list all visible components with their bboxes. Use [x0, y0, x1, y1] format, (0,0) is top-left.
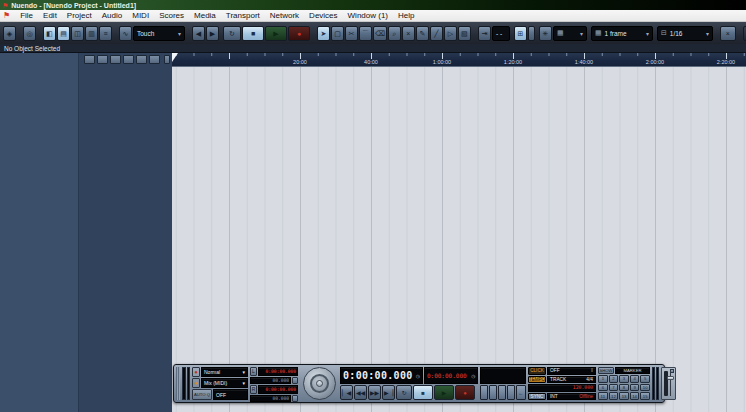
project-start-marker[interactable] — [172, 53, 178, 62]
stop-button[interactable]: ■ — [242, 26, 264, 41]
track-control-button[interactable] — [136, 55, 147, 64]
goto-next-marker-button[interactable]: ▶ — [206, 26, 219, 41]
event-display[interactable] — [172, 67, 746, 412]
marker-nav-button-2[interactable] — [489, 385, 497, 400]
menu-network[interactable]: Network — [270, 11, 299, 20]
tool-color[interactable]: ▧ — [458, 26, 471, 41]
marker-button-2[interactable]: 2 — [609, 375, 619, 383]
marker-lane-display[interactable] — [480, 367, 526, 384]
snap-button[interactable]: ⊞ — [514, 26, 527, 41]
marker-button-13[interactable]: 13 — [619, 392, 629, 400]
marker-button-14[interactable]: 14 — [630, 392, 640, 400]
timeline-ruler[interactable]: 20:00 40:00 1:00:00 1:20:00 1:40:00 2:00… — [172, 53, 746, 67]
forward-button[interactable]: ▶▶ — [368, 385, 381, 400]
left-locator-display[interactable]: 0:00:00.000 — [258, 367, 298, 376]
menu-transport[interactable]: Transport — [226, 11, 260, 20]
postroll-display[interactable]: 00.000 — [250, 395, 291, 402]
marker-button-1[interactable]: 1 — [598, 375, 608, 383]
transport-grip[interactable] — [176, 367, 180, 400]
preroll-display[interactable]: 00.000 — [250, 377, 291, 384]
click-button[interactable]: CLICK — [528, 367, 546, 375]
marker-button-4[interactable]: 4 — [630, 375, 640, 383]
tool-draw[interactable]: ✎ — [416, 26, 429, 41]
tool-split[interactable]: ✂ — [345, 26, 358, 41]
toggle-ruler-button[interactable]: ▥ — [85, 26, 98, 41]
transport-panel[interactable]: ● Normal ▾ ● Mix (MIDI) ▾ AUTO Q OFF — [173, 364, 665, 403]
cycle-transport-button[interactable]: ↻ — [396, 385, 412, 400]
left-locator-button[interactable]: L — [250, 367, 257, 376]
toggle-lanes-button[interactable]: ≡ — [99, 26, 112, 41]
toggle-inspector-button[interactable]: ◧ — [43, 26, 56, 41]
level-fader-knob[interactable] — [667, 376, 674, 380]
clock-icon[interactable]: ◷ — [416, 372, 420, 379]
marker-recall-button[interactable]: ← — [516, 385, 526, 400]
track-control-button[interactable] — [164, 55, 170, 64]
menu-file[interactable]: File — [20, 11, 33, 20]
cycle-mode-dropdown[interactable]: Mix (MIDI) ▾ — [201, 378, 248, 388]
menu-midi[interactable]: MIDI — [132, 11, 149, 20]
right-locator-display[interactable]: 0:00:00.000 — [258, 385, 298, 394]
automation-mode-dropdown[interactable]: Touch ▾ — [133, 26, 185, 41]
jog-shuttle-wheel[interactable] — [303, 367, 336, 400]
nudge-display[interactable]: - - — [492, 26, 510, 41]
activate-project-button[interactable]: ◈ — [3, 26, 16, 41]
marker-button-15[interactable]: 15 — [640, 392, 650, 400]
menu-scores[interactable]: Scores — [159, 11, 184, 20]
menu-edit[interactable]: Edit — [43, 11, 57, 20]
record-mode-dropdown[interactable]: Normal ▾ — [201, 367, 248, 377]
record-transport-button[interactable]: ● — [455, 385, 475, 400]
track-control-button[interactable] — [149, 55, 160, 64]
show-markers-button[interactable]: SHOW — [598, 367, 614, 374]
marker-button-8[interactable]: 8 — [619, 384, 629, 392]
menu-devices[interactable]: Devices — [309, 11, 337, 20]
stop-transport-button[interactable]: ■ — [413, 385, 433, 400]
tool-erase[interactable]: ⌫ — [373, 26, 387, 41]
right-locator-button[interactable]: R — [250, 385, 257, 394]
track-control-button[interactable] — [84, 55, 95, 64]
track-control-button[interactable] — [110, 55, 121, 64]
marker-button-10[interactable]: 10 — [640, 384, 650, 392]
toggle-infoline-button[interactable]: ▤ — [57, 26, 70, 41]
marker-button-5[interactable]: 5 — [640, 375, 650, 383]
menu-window[interactable]: Window (1) — [348, 11, 388, 20]
clock-icon[interactable]: ◷ — [471, 372, 475, 379]
tempo-bpm-display[interactable]: 120.000 — [528, 384, 596, 392]
rewind-button[interactable]: ◀◀ — [354, 385, 367, 400]
marker-button-7[interactable]: 7 — [609, 384, 619, 392]
tool-zoom[interactable]: ⌕ — [388, 26, 401, 41]
marker-nav-button-1[interactable] — [480, 385, 488, 400]
autoscroll-button[interactable]: ⇥ — [478, 26, 491, 41]
play-button[interactable]: ▶ — [265, 26, 287, 41]
toggle-overview-button[interactable]: ◫ — [71, 26, 84, 41]
tool-mute[interactable]: × — [402, 26, 415, 41]
primary-time-display[interactable]: 0:00:00.000 ◷ — [340, 367, 423, 384]
tool-range-selection[interactable]: ▢ — [331, 26, 344, 41]
goto-end-button[interactable]: ▶▕ — [382, 385, 395, 400]
punch-out-button[interactable] — [292, 395, 298, 402]
cycle-button[interactable]: ↻ — [223, 26, 241, 41]
tempo-button[interactable]: TEMPO — [528, 376, 546, 384]
title-bar[interactable]: ⚑ Nuendo - [Nuendo Project - Untitled1] — [0, 0, 746, 10]
tool-glue[interactable]: ⌒ — [359, 26, 372, 41]
menu-audio[interactable]: Audio — [102, 11, 122, 20]
goto-prev-marker-button[interactable]: ◀ — [192, 26, 205, 41]
snap-type-button[interactable]: ✳ — [539, 26, 552, 41]
quantize-dropdown[interactable]: ⊟ 1/16 ▾ — [657, 26, 713, 41]
marker-nav-button-3[interactable] — [498, 385, 506, 400]
track-control-button[interactable] — [97, 55, 108, 64]
menu-media[interactable]: Media — [194, 11, 216, 20]
goto-start-button[interactable]: ▏◀ — [340, 385, 353, 400]
menu-help[interactable]: Help — [398, 11, 414, 20]
marker-button-9[interactable]: 9 — [630, 384, 640, 392]
sync-button[interactable]: SYNC — [528, 393, 546, 401]
marker-button-12[interactable]: 12 — [609, 392, 619, 400]
marker-button-6[interactable]: 6 — [598, 384, 608, 392]
menu-project[interactable]: Project — [67, 11, 92, 20]
track-control-button[interactable] — [123, 55, 134, 64]
crossed-tools-button[interactable]: × — [720, 26, 736, 41]
project-setup-button[interactable]: ◎ — [23, 26, 36, 41]
marker-button-3[interactable]: 3 — [619, 375, 629, 383]
marker-button-11[interactable]: 11 — [598, 392, 608, 400]
jog-knob[interactable] — [316, 380, 323, 387]
punch-in-button[interactable] — [292, 377, 298, 384]
